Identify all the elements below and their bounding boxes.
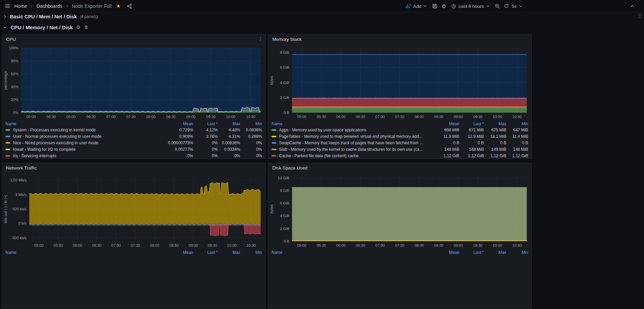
- legend-column-name[interactable]: Name: [5, 250, 158, 255]
- legend-series-name[interactable]: Nice - Niced processes executing in user…: [5, 141, 158, 145]
- svg-text:4 GiB: 4 GiB: [280, 81, 289, 85]
- network-traffic-chart[interactable]: 05:0005:3006:0006:3007:0007:3008:0008:30…: [5, 173, 263, 248]
- legend-column-mean[interactable]: Mean: [424, 250, 460, 255]
- chevron-right-icon: [30, 4, 34, 8]
- legend-series-swatch-icon: [272, 136, 276, 137]
- panel-network-traffic: Network Traffic bits out (-) / in (+) 05…: [2, 163, 266, 309]
- panel-title-cpu[interactable]: CPU: [6, 37, 16, 42]
- legend-value-last: 671 MiB: [460, 128, 485, 132]
- drag-handle-dots[interactable]: [639, 14, 641, 18]
- legend-column-name[interactable]: Name: [272, 250, 424, 255]
- favorite-star-icon[interactable]: ★: [114, 2, 123, 11]
- menu-icon[interactable]: [3, 2, 12, 11]
- row-header-basic-cpu[interactable]: Basic CPU / Mem / Net / Disk (4 panels): [0, 12, 98, 21]
- legend-series-name[interactable]: Cache - Parked file data (file content) …: [272, 153, 424, 158]
- legend-value-max: 149 MiB: [485, 147, 507, 152]
- refresh-interval-picker[interactable]: 5s: [511, 2, 525, 11]
- row-delete-trash-icon[interactable]: [84, 25, 89, 30]
- svg-text:100%: 100%: [9, 46, 18, 50]
- dashboard-settings-gear-icon[interactable]: ⚙: [440, 2, 448, 11]
- legend-column-min[interactable]: Min: [241, 121, 263, 126]
- legend-column-last[interactable]: Last *: [460, 250, 485, 255]
- legend-value-min: 0.0836%: [241, 128, 263, 132]
- svg-text:05:30: 05:30: [46, 115, 56, 119]
- legend-value-last: 148 MiB: [460, 147, 485, 152]
- row-settings-gear-icon[interactable]: ⚙: [76, 25, 81, 30]
- section-title[interactable]: CPU / Memory / Net / Disk: [11, 25, 73, 30]
- svg-text:10:00: 10:00: [227, 243, 236, 247]
- legend-column-last[interactable]: Last *: [194, 121, 218, 126]
- legend-series-name[interactable]: Irq - Servicing interrupts: [5, 153, 158, 158]
- legend-header: Name Mean Last * Max Min: [5, 121, 263, 127]
- svg-text:80%: 80%: [11, 59, 18, 63]
- legend-column-min[interactable]: Min: [241, 250, 263, 255]
- disk-space-used-chart[interactable]: 05:0005:3006:0006:3007:0007:3008:0008:30…: [271, 173, 530, 248]
- svg-text:07:30: 07:30: [126, 115, 136, 119]
- refresh-interval-label: 5s: [512, 4, 517, 9]
- legend-column-max[interactable]: Max: [485, 250, 507, 255]
- legend-series-name[interactable]: System - Processes executing in kernel m…: [5, 128, 158, 132]
- panel-title-network-traffic[interactable]: Network Traffic: [6, 165, 37, 170]
- chevron-down-icon: [519, 4, 523, 8]
- breadcrumb-home[interactable]: Home: [14, 3, 27, 9]
- legend-series-name[interactable]: Slab - Memory used by the kernel to cach…: [272, 147, 424, 152]
- svg-text:06:30: 06:30: [356, 243, 365, 247]
- legend-value-mean: 0 B: [424, 141, 460, 145]
- panel-title-disk-space-used[interactable]: Disk Space Used: [272, 165, 308, 170]
- legend-column-name[interactable]: Name: [272, 121, 424, 126]
- legend-series-name[interactable]: SwapCache - Memory that keeps track of p…: [272, 141, 424, 145]
- save-dashboard-icon[interactable]: [431, 2, 439, 11]
- legend-value-max: 1.12 GiB: [485, 153, 507, 158]
- svg-text:1.50 Mb/s: 1.50 Mb/s: [10, 178, 27, 182]
- legend-column-max[interactable]: Max: [218, 250, 241, 255]
- share-icon[interactable]: [125, 2, 134, 11]
- legend-column-last[interactable]: Last *: [194, 250, 218, 255]
- legend-value-last: 12.9 MiB: [460, 134, 485, 139]
- legend-value-min: 1.12 GiB: [507, 153, 529, 158]
- legend-column-min[interactable]: Min: [507, 121, 529, 126]
- legend-column-mean[interactable]: Mean: [158, 121, 194, 126]
- legend-column-min[interactable]: Min: [507, 250, 529, 255]
- legend-series-name[interactable]: Iowait - Waiting for I/O to complete: [5, 147, 158, 152]
- panel-title-memory-stack[interactable]: Memory Stack: [272, 37, 302, 42]
- legend-value-max: 13.1 MiB: [485, 134, 507, 139]
- panel-menu-kebab-icon[interactable]: ⋮: [258, 36, 263, 42]
- refresh-icon[interactable]: [502, 2, 510, 11]
- memory-stack-chart[interactable]: 05:0005:3006:0006:3007:0007:3008:0008:30…: [271, 44, 530, 119]
- legend-series-name[interactable]: Apps - Memory used by user-space applica…: [272, 128, 424, 132]
- legend-series-name[interactable]: PageTables - Memory used to map between …: [272, 134, 424, 139]
- chevron-up-icon[interactable]: [628, 2, 637, 11]
- legend-value-mean: 0.729%: [158, 128, 194, 132]
- legend-column-last[interactable]: Last *: [460, 121, 485, 126]
- panel-header: Network Traffic: [2, 163, 265, 173]
- legend-value-mean: 0%: [158, 153, 194, 158]
- svg-text:06:00: 06:00: [336, 115, 346, 119]
- svg-text:-500 kb/s: -500 kb/s: [11, 236, 27, 240]
- svg-text:08:00: 08:00: [414, 115, 424, 119]
- svg-text:0 B: 0 B: [283, 111, 289, 115]
- legend-column-name[interactable]: Name: [5, 121, 158, 126]
- time-range-picker[interactable]: Last 6 hours: [448, 2, 492, 11]
- legend-column-max[interactable]: Max: [485, 121, 507, 126]
- legend-column-mean[interactable]: Mean: [424, 121, 460, 126]
- zoom-out-time-icon[interactable]: [493, 2, 502, 11]
- breadcrumb-dashboards[interactable]: Dashboards: [36, 3, 62, 9]
- add-button[interactable]: Add: [403, 2, 430, 11]
- legend-series-name[interactable]: User - Normal processes executing in use…: [5, 134, 158, 139]
- svg-text:6 GiB: 6 GiB: [280, 201, 289, 205]
- svg-text:1 Mb/s: 1 Mb/s: [15, 193, 27, 197]
- legend-value-min: 0 B: [507, 141, 529, 145]
- svg-text:0%: 0%: [13, 111, 18, 115]
- legend-value-min: 0%: [241, 153, 263, 158]
- svg-text:09:00: 09:00: [454, 115, 463, 119]
- legend-column-max[interactable]: Max: [218, 121, 241, 126]
- svg-text:8 GiB: 8 GiB: [280, 50, 289, 54]
- row-panel-count: (4 panels): [80, 14, 98, 19]
- svg-text:07:00: 07:00: [375, 243, 385, 247]
- svg-text:07:30: 07:30: [395, 115, 404, 119]
- svg-text:09:30: 09:30: [473, 115, 483, 119]
- legend-column-mean[interactable]: Mean: [158, 250, 194, 255]
- svg-text:05:30: 05:30: [317, 243, 326, 247]
- cpu-chart[interactable]: 05:0005:3006:0006:3007:0007:3008:0008:30…: [5, 44, 263, 119]
- svg-text:05:30: 05:30: [53, 243, 63, 247]
